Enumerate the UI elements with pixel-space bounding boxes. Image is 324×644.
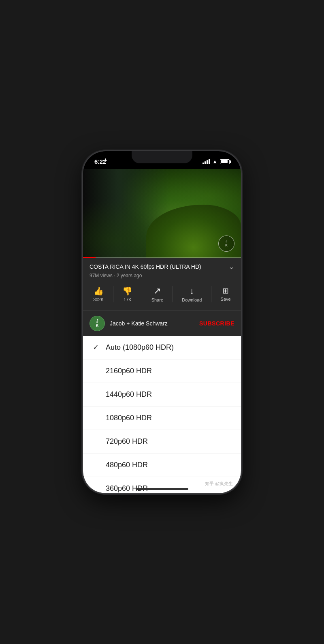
channel-avatar: JK bbox=[90, 316, 105, 331]
share-icon: ↗ bbox=[153, 287, 161, 295]
video-title: COSTA RICA IN 4K 60fps HDR (ULTRA HD) bbox=[90, 263, 225, 270]
share-label: Share bbox=[151, 297, 163, 302]
status-icons: ▲ bbox=[202, 158, 230, 165]
share-button[interactable]: ↗ Share bbox=[147, 285, 168, 304]
meta-separator: · bbox=[114, 273, 117, 278]
dislike-count: 17K bbox=[124, 297, 132, 302]
phone-frame: 6:22 ▲ ▲ bbox=[83, 151, 241, 493]
action-divider-1 bbox=[113, 286, 113, 302]
download-button[interactable]: ↓ Download bbox=[177, 285, 207, 304]
download-label: Download bbox=[182, 297, 202, 302]
like-button[interactable]: 👍 302K bbox=[88, 285, 109, 304]
quality-label-1440: 1440p60 HDR bbox=[106, 390, 152, 399]
like-count: 302K bbox=[93, 297, 104, 302]
quality-option-480[interactable]: 480p60 HDR bbox=[83, 454, 241, 477]
home-indicator bbox=[136, 488, 188, 490]
quality-option-1080[interactable]: 1080p60 HDR bbox=[83, 407, 241, 430]
video-title-row: COSTA RICA IN 4K 60fps HDR (ULTRA HD) ⌄ bbox=[90, 263, 234, 271]
quality-label-auto: Auto (1080p60 HDR) bbox=[106, 343, 174, 352]
dislike-button[interactable]: 👎 17K bbox=[117, 285, 137, 304]
quality-option-1440[interactable]: 1440p60 HDR bbox=[83, 383, 241, 407]
quality-label-720: 720p60 HDR bbox=[106, 437, 148, 446]
video-area[interactable]: JK bbox=[83, 169, 241, 258]
signal-bars bbox=[202, 159, 210, 164]
wifi-icon: ▲ bbox=[212, 158, 217, 165]
action-divider-3 bbox=[173, 286, 173, 302]
signal-bar-3 bbox=[207, 160, 208, 164]
signal-bar-4 bbox=[209, 159, 210, 164]
action-divider-2 bbox=[142, 286, 142, 302]
notch bbox=[132, 151, 192, 163]
creator-badge-text: JK bbox=[225, 240, 228, 248]
video-thumbnail bbox=[83, 169, 241, 258]
battery-fill bbox=[221, 160, 228, 163]
quality-sheet: ✓ Auto (1080p60 HDR) 2160p60 HDR 1440p60… bbox=[83, 336, 241, 493]
creator-badge[interactable]: JK bbox=[218, 235, 234, 252]
watermark: 知乎 @疯先生 bbox=[205, 481, 233, 487]
quality-option-auto[interactable]: ✓ Auto (1080p60 HDR) bbox=[83, 336, 241, 359]
time-ago: 2 years ago bbox=[117, 273, 142, 278]
dislike-icon: 👎 bbox=[122, 287, 132, 295]
quality-check-auto: ✓ bbox=[93, 343, 106, 352]
progress-bar bbox=[83, 257, 241, 258]
progress-fill bbox=[83, 257, 96, 258]
like-icon: 👍 bbox=[94, 287, 104, 295]
battery-icon bbox=[220, 159, 230, 164]
video-meta: 97M views · 2 years ago bbox=[90, 273, 234, 278]
signal-bar-1 bbox=[202, 163, 204, 164]
quality-label-2160: 2160p60 HDR bbox=[106, 367, 152, 375]
action-divider-4 bbox=[211, 286, 211, 302]
save-button[interactable]: ⊞ Save bbox=[216, 285, 236, 303]
quality-option-720[interactable]: 720p60 HDR bbox=[83, 430, 241, 454]
location-icon: ▲ bbox=[103, 157, 108, 162]
channel-name: Jacob + Katie Schwarz bbox=[110, 320, 194, 327]
subscribe-button[interactable]: SUBSCRIBE bbox=[199, 320, 234, 327]
download-icon: ↓ bbox=[190, 287, 194, 295]
screen: 6:22 ▲ ▲ bbox=[83, 151, 241, 493]
expand-icon[interactable]: ⌄ bbox=[228, 262, 234, 271]
video-info: COSTA RICA IN 4K 60fps HDR (ULTRA HD) ⌄ … bbox=[83, 258, 241, 280]
quality-option-2160[interactable]: 2160p60 HDR bbox=[83, 359, 241, 383]
view-count: 97M views bbox=[90, 273, 113, 278]
action-bar: 👍 302K 👎 17K ↗ Share ↓ Download ⊞ Save bbox=[83, 280, 241, 311]
signal-bar-2 bbox=[205, 161, 206, 164]
save-label: Save bbox=[221, 297, 231, 302]
quality-label-480: 480p60 HDR bbox=[106, 461, 148, 469]
channel-row[interactable]: JK Jacob + Katie Schwarz SUBSCRIBE bbox=[83, 311, 241, 336]
save-icon: ⊞ bbox=[222, 287, 229, 295]
quality-label-1080: 1080p60 HDR bbox=[106, 414, 152, 422]
channel-avatar-initials: JK bbox=[96, 319, 98, 328]
